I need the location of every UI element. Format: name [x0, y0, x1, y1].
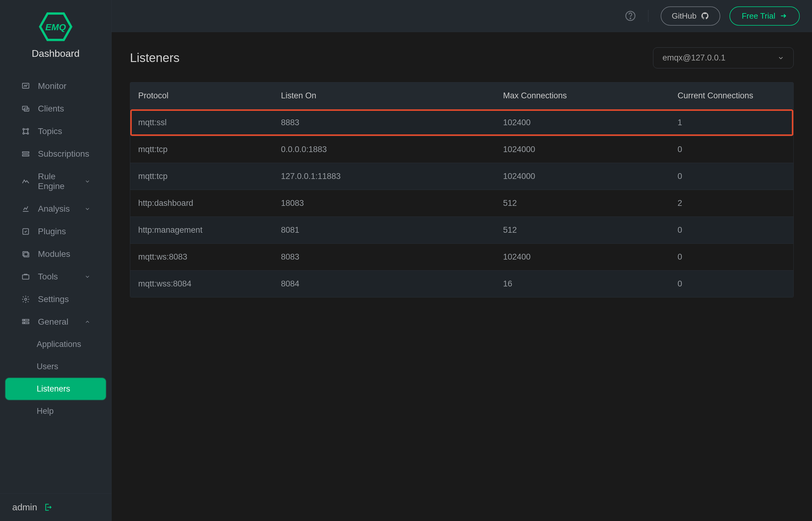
chevron-up-icon [84, 319, 90, 325]
cell-max_conn: 16 [503, 271, 678, 297]
cell-max_conn: 512 [503, 217, 678, 243]
cell-cur_conn: 0 [678, 244, 785, 270]
cell-cur_conn: 0 [678, 163, 785, 190]
page-content: Listeners emqx@127.0.0.1 Protocol Listen… [112, 32, 812, 521]
svg-point-6 [27, 129, 29, 130]
table-row[interactable]: mqtt:ssl88831024001 [130, 109, 793, 136]
tools-icon [21, 272, 30, 281]
cell-listen_on: 8083 [281, 244, 503, 270]
svg-text:EMQ: EMQ [45, 22, 66, 32]
cell-listen_on: 127.0.0.1:11883 [281, 163, 503, 190]
sidebar-item-label: Settings [38, 294, 69, 304]
cell-listen_on: 8883 [281, 109, 503, 136]
sidebar-item-label: Monitor [38, 81, 66, 91]
header-current-connections: Current Connections [678, 83, 785, 109]
sidebar-subitem-users[interactable]: Users [5, 356, 106, 378]
sidebar-subitem-listeners[interactable]: Listeners [5, 378, 106, 400]
logo-section: EMQ Dashboard [0, 0, 111, 68]
svg-point-5 [23, 129, 24, 130]
sidebar-item-label: Rule Engine [38, 172, 84, 191]
free-trial-label: Free Trial [742, 11, 775, 21]
sidebar-item-label: Clients [38, 104, 64, 114]
plugins-icon [21, 227, 30, 236]
sidebar-item-label: Users [37, 362, 58, 371]
cell-listen_on: 8084 [281, 271, 503, 297]
help-icon[interactable] [625, 10, 636, 21]
sidebar-item-topics[interactable]: Topics [5, 120, 106, 142]
free-trial-button[interactable]: Free Trial [729, 6, 800, 26]
node-select[interactable]: emqx@127.0.0.1 [653, 47, 794, 68]
rule-engine-icon [21, 177, 30, 186]
table-row[interactable]: http:management80815120 [130, 217, 793, 244]
sidebar-item-monitor[interactable]: Monitor [5, 75, 106, 97]
cell-protocol: mqtt:ssl [138, 109, 281, 136]
table-row[interactable]: mqtt:wss:80848084160 [130, 271, 793, 297]
table-row[interactable]: mqtt:tcp0.0.0.0:188310240000 [130, 136, 793, 163]
main-area: GitHub Free Trial Listeners emqx@127.0.0… [112, 0, 812, 521]
topbar: GitHub Free Trial [112, 0, 812, 32]
sidebar-item-general[interactable]: General [5, 311, 106, 333]
settings-icon [21, 294, 30, 304]
svg-rect-16 [23, 319, 29, 321]
sidebar-item-rule-engine[interactable]: Rule Engine [5, 165, 106, 197]
sidebar-item-label: General [38, 317, 68, 327]
current-user: admin [12, 502, 37, 513]
clients-icon [21, 104, 30, 114]
table-row[interactable]: mqtt:tcp127.0.0.1:1188310240000 [130, 163, 793, 190]
node-select-value: emqx@127.0.0.1 [663, 53, 725, 63]
cell-cur_conn: 0 [678, 136, 785, 163]
sidebar-item-label: Modules [38, 249, 70, 259]
github-button[interactable]: GitHub [661, 6, 720, 26]
cell-cur_conn: 2 [678, 190, 785, 217]
cell-max_conn: 102400 [503, 244, 678, 270]
cell-max_conn: 512 [503, 190, 678, 217]
cell-cur_conn: 0 [678, 217, 785, 243]
sidebar-footer: admin [0, 493, 111, 521]
cell-max_conn: 1024000 [503, 163, 678, 190]
sidebar-item-label: Analysis [38, 204, 70, 214]
chevron-down-icon [84, 206, 90, 212]
sidebar-item-subscriptions[interactable]: Subscriptions [5, 143, 106, 165]
table-header: Protocol Listen On Max Connections Curre… [130, 83, 793, 109]
cell-max_conn: 1024000 [503, 136, 678, 163]
table-row[interactable]: mqtt:ws:808380831024000 [130, 244, 793, 271]
listeners-table: Protocol Listen On Max Connections Curre… [130, 82, 794, 297]
chevron-down-icon [84, 178, 90, 184]
sidebar-subitem-applications[interactable]: Applications [5, 334, 106, 355]
sidebar-item-analysis[interactable]: Analysis [5, 198, 106, 220]
sidebar-nav: Monitor Clients Topics Subscriptions [0, 68, 111, 493]
cell-protocol: mqtt:tcp [138, 136, 281, 163]
sidebar-item-modules[interactable]: Modules [5, 243, 106, 265]
page-header: Listeners emqx@127.0.0.1 [130, 47, 794, 68]
logo-icon: EMQ [39, 12, 72, 41]
sidebar-item-tools[interactable]: Tools [5, 266, 106, 288]
github-icon [701, 12, 709, 20]
subscriptions-icon [21, 149, 30, 159]
cell-listen_on: 18083 [281, 190, 503, 217]
svg-point-21 [630, 18, 631, 19]
sidebar-item-clients[interactable]: Clients [5, 98, 106, 120]
cell-protocol: http:dashboard [138, 190, 281, 217]
logout-icon[interactable] [43, 503, 52, 512]
cell-listen_on: 8081 [281, 217, 503, 243]
table-row[interactable]: http:dashboard180835122 [130, 190, 793, 217]
svg-point-8 [27, 133, 29, 134]
sidebar-subitem-help[interactable]: Help [5, 400, 106, 422]
arrow-right-icon [779, 12, 788, 20]
modules-icon [21, 249, 30, 259]
general-icon [21, 317, 30, 327]
chevron-down-icon [777, 55, 784, 61]
cell-max_conn: 102400 [503, 109, 678, 136]
header-max-connections: Max Connections [503, 83, 678, 109]
svg-rect-10 [23, 155, 29, 156]
sidebar-item-label: Topics [38, 127, 62, 136]
svg-rect-17 [23, 322, 29, 324]
sidebar-item-label: Applications [37, 340, 81, 349]
sidebar-item-settings[interactable]: Settings [5, 288, 106, 310]
table-body: mqtt:ssl88831024001mqtt:tcp0.0.0.0:18831… [130, 109, 793, 297]
sidebar-item-label: Tools [38, 272, 58, 281]
sidebar-item-plugins[interactable]: Plugins [5, 221, 106, 243]
svg-rect-14 [23, 275, 29, 279]
brand-subtitle: Dashboard [0, 48, 111, 59]
sidebar: EMQ Dashboard Monitor Clients [0, 0, 112, 521]
